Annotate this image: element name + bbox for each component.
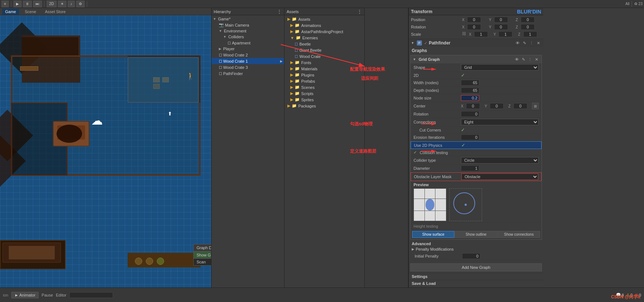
- grid-close-btn[interactable]: ✕: [534, 56, 539, 62]
- show-outline-btn[interactable]: Show outline: [455, 231, 497, 238]
- assets-packages[interactable]: ▶ 📁 Packages: [284, 103, 364, 109]
- map-content: ☁ ⬆: [0, 15, 211, 287]
- pathfinder-check[interactable]: ✓: [424, 41, 427, 46]
- step-button[interactable]: ⏭: [33, 1, 42, 7]
- tree-item-game[interactable]: ▼ Game*: [212, 16, 284, 22]
- search-input[interactable]: [69, 292, 113, 298]
- add-new-graph-btn[interactable]: Add New Graph: [410, 263, 542, 271]
- assets-materials[interactable]: ▶ 📁 Materials: [284, 66, 364, 72]
- pos-y-input[interactable]: [494, 17, 508, 23]
- editor-label[interactable]: Editor: [56, 293, 66, 297]
- tree-item-apartment[interactable]: ◻ Apartment: [212, 40, 284, 46]
- depth-value-container: [461, 87, 539, 93]
- assets-giant-beetle[interactable]: ◻ Giant Beetle: [284, 47, 364, 53]
- center-row: Center X Y Z ⊞: [411, 102, 542, 110]
- settings-gear[interactable]: ⚙: [76, 1, 85, 7]
- scale-y-input[interactable]: [498, 31, 512, 37]
- assets-fonts[interactable]: ▶ 📁 Fonts: [284, 59, 364, 66]
- graphs-section-label: Graphs: [409, 47, 543, 54]
- show-surface-btn[interactable]: Show surface: [412, 231, 454, 238]
- tree-item-woodcrate2[interactable]: ◻ Wood Crate 2: [212, 52, 284, 58]
- collision-check-icon[interactable]: ✓: [414, 150, 417, 155]
- assets-wood-crate[interactable]: ◻ Wood Crate: [284, 53, 364, 59]
- pos-x-label: X: [462, 18, 466, 22]
- scale-z-input[interactable]: [523, 31, 537, 37]
- tree-item-environment[interactable]: ▼ Environment: [212, 28, 284, 34]
- collider-dropdown[interactable]: Circle: [461, 157, 539, 164]
- play-button[interactable]: ▶: [13, 1, 22, 7]
- rot-z-input[interactable]: [521, 24, 535, 30]
- game-tab[interactable]: Game: [2, 9, 19, 15]
- cell-0-2: [435, 189, 446, 199]
- light-button[interactable]: ☀: [58, 1, 66, 7]
- assets-scenes[interactable]: ▶ 📁 Scenes: [284, 84, 364, 90]
- show-graphs-item[interactable]: Show Graphs ✓: [194, 251, 211, 258]
- rot-x-input[interactable]: [467, 24, 481, 30]
- show-connections-btn[interactable]: Show connections: [498, 231, 540, 238]
- settings-section[interactable]: Settings: [409, 273, 543, 280]
- center-y-input[interactable]: [490, 103, 504, 109]
- assets-enemies[interactable]: ▼ 📁 Enemies: [284, 35, 364, 41]
- rotation-prop-input[interactable]: [461, 111, 479, 117]
- eye-icon-btn[interactable]: 👁: [515, 40, 520, 46]
- animator-tab[interactable]: ► Animator: [11, 292, 39, 298]
- pathfinder-fold[interactable]: ▼: [411, 41, 414, 45]
- edit-icon-btn[interactable]: ✎: [521, 40, 527, 46]
- center-edit-btn[interactable]: ⊞: [532, 103, 539, 109]
- grid-context-btn[interactable]: ⋮: [527, 56, 533, 62]
- rotation-prop-value: [461, 111, 539, 117]
- 2d-button[interactable]: 2D: [47, 1, 57, 7]
- astar-label: AstarPathfindingProject: [301, 30, 343, 34]
- tree-item-player[interactable]: ▶ Player: [212, 46, 284, 52]
- penalty-fold[interactable]: ▶: [412, 247, 414, 251]
- nodesize-input[interactable]: [461, 95, 479, 101]
- tree-item-woodcrate3[interactable]: ◻ Wood Crate 3: [212, 64, 284, 70]
- plugins-label: Plugins: [301, 73, 314, 77]
- width-input[interactable]: [461, 80, 479, 86]
- assets-sprites[interactable]: ▶ 📁 Sprites: [284, 97, 364, 103]
- center-x-input[interactable]: [466, 103, 480, 109]
- shape-dropdown[interactable]: Grid: [461, 64, 539, 71]
- rot-y-input[interactable]: [494, 24, 508, 30]
- pause-button[interactable]: ⏸: [23, 1, 32, 7]
- assets-beetle[interactable]: ◻ Beetle: [284, 41, 364, 47]
- assets-root[interactable]: ▶ 📁 Assets: [284, 16, 364, 22]
- connections-dropdown[interactable]: Eight: [461, 119, 539, 125]
- erosion-input[interactable]: [461, 134, 479, 140]
- scan-button[interactable]: Scan: [194, 258, 211, 265]
- scene-tab[interactable]: Scene: [22, 9, 39, 15]
- grid-eye-btn[interactable]: 👁: [514, 56, 520, 62]
- context-icon-btn[interactable]: ⋮: [528, 40, 534, 46]
- assets-menu-btn[interactable]: ⋮: [357, 9, 362, 15]
- 2d-checkbox[interactable]: ✓: [461, 72, 465, 78]
- assets-astar[interactable]: ▶ 📁 AstarPathfindingProject: [284, 28, 364, 35]
- close-icon-btn[interactable]: ✕: [535, 40, 541, 46]
- use2d-checkbox[interactable]: ✓: [461, 142, 465, 148]
- tree-item-pathfinder[interactable]: ◻ PathFinder: [212, 70, 284, 77]
- diameter-input[interactable]: [461, 165, 479, 171]
- tree-item-woodcrate1[interactable]: ◻ Wood Crate 1 ▶: [212, 58, 284, 64]
- depth-input[interactable]: [461, 87, 479, 93]
- assets-plugins[interactable]: ▶ 📁 Plugins: [284, 72, 364, 78]
- scale-x-input[interactable]: [474, 31, 488, 37]
- initial-penalty-input[interactable]: [462, 253, 480, 259]
- assets-prefabs[interactable]: ▶ 📁 Prefabs: [284, 78, 364, 84]
- pos-z-input[interactable]: [521, 17, 535, 23]
- assets-scripts[interactable]: ▶ 📁 Scripts: [284, 90, 364, 97]
- asset-store-tab[interactable]: Asset Store: [42, 9, 69, 15]
- obstacle-dropdown[interactable]: Obstacle: [461, 173, 538, 180]
- console-label[interactable]: ion: [3, 293, 8, 297]
- giant-beetle-label: Giant Beetle: [299, 48, 322, 52]
- hierarchy-menu-btn[interactable]: ⋮: [277, 9, 282, 15]
- pos-x-input[interactable]: [467, 17, 481, 23]
- grid-edit-btn[interactable]: ✎: [520, 56, 526, 62]
- assets-animations[interactable]: ▶ 📁 Animations: [284, 22, 364, 28]
- audio-button[interactable]: ♪: [68, 1, 75, 7]
- grid-graph-fold[interactable]: ▼: [413, 58, 416, 61]
- save-load-section[interactable]: Save & Load: [409, 280, 543, 287]
- cut-corners-checkbox[interactable]: ✓: [461, 127, 465, 133]
- menu-button[interactable]: ≡: [1, 1, 9, 7]
- tree-item-colliders[interactable]: ▼ Colliders: [212, 34, 284, 40]
- tree-item-camera[interactable]: 📷 Main Camera: [212, 22, 284, 28]
- center-z-input[interactable]: [513, 103, 527, 109]
